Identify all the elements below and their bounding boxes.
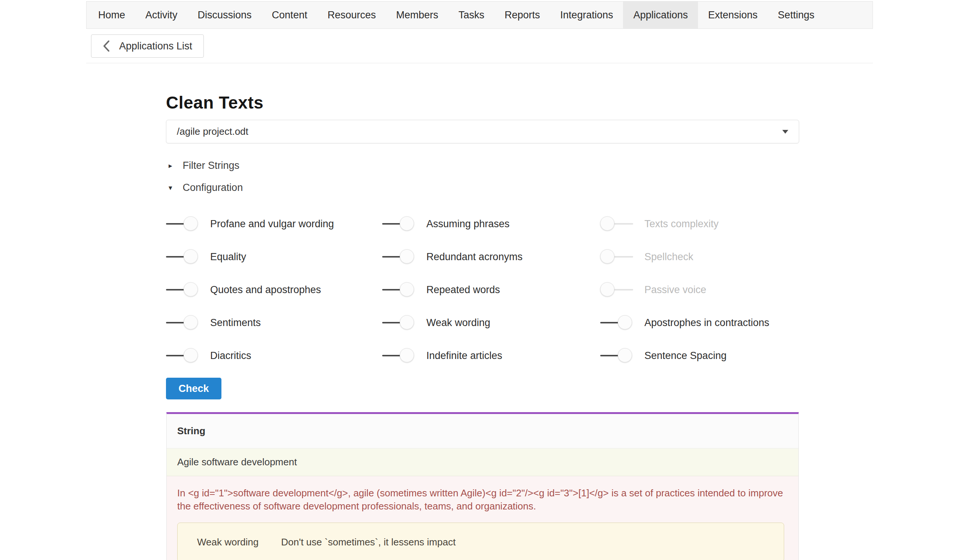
toggle-quotes-and-apostrophes[interactable] [166, 282, 199, 297]
toggle-knob-icon [183, 315, 198, 329]
toggle-assuming-phrases[interactable] [382, 216, 415, 231]
toggle-label: Spellcheck [644, 251, 694, 263]
top-nav: Home Activity Discussions Content Resour… [86, 1, 873, 29]
toggle-row: Repeated words [382, 282, 523, 297]
nav-item-tasks[interactable]: Tasks [448, 2, 495, 28]
chevron-left-icon [103, 40, 110, 52]
toggle-label: Diacritics [210, 350, 251, 362]
nav-item-resources[interactable]: Resources [317, 2, 386, 28]
toggle-column: Texts complexity Spellcheck Passive voic… [600, 216, 769, 363]
toggle-knob-icon [400, 348, 414, 362]
nav-item-integrations[interactable]: Integrations [550, 2, 623, 28]
toggle-track-icon [611, 256, 633, 257]
toggle-sentiments[interactable] [166, 315, 199, 330]
toggle-label: Repeated words [426, 284, 500, 296]
toggle-label: Passive voice [644, 284, 706, 296]
toggle-knob-icon [400, 315, 414, 329]
toggle-row: Spellcheck [600, 249, 769, 264]
toggle-knob-icon [183, 348, 198, 362]
file-select-dropdown[interactable]: /agile project.odt [166, 120, 799, 144]
file-select-value: /agile project.odt [177, 126, 782, 137]
toggle-texts-complexity[interactable] [600, 216, 633, 231]
nav-item-members[interactable]: Members [386, 2, 448, 28]
toggle-label: Texts complexity [644, 218, 719, 230]
toggle-label: Redundant acronyms [426, 251, 523, 263]
caret-right-icon: ▸ [169, 162, 172, 169]
nav-item-label: Discussions [198, 9, 252, 21]
toggle-label: Weak wording [426, 317, 490, 329]
toggle-knob-icon [183, 249, 198, 264]
nav-item-label: Resources [327, 9, 376, 21]
toggle-label: Quotes and apostrophes [210, 284, 321, 296]
toggle-row: Assuming phrases [382, 216, 523, 231]
toggle-row: Sentence Spacing [600, 348, 769, 363]
toggle-indefinite-articles[interactable] [382, 348, 415, 363]
configuration-section-toggle[interactable]: ▾ Configuration [169, 182, 243, 193]
toggle-knob-icon [618, 315, 632, 329]
toggle-knob-icon [183, 282, 198, 296]
filter-strings-label: Filter Strings [183, 160, 240, 172]
back-button-label: Applications List [119, 41, 192, 52]
nav-item-label: Home [98, 9, 125, 21]
results-panel: String Agile software development In <g … [166, 412, 799, 560]
nav-item-discussions[interactable]: Discussions [188, 2, 262, 28]
toggle-knob-icon [400, 282, 414, 296]
nav-item-activity[interactable]: Activity [135, 2, 188, 28]
toggle-label: Sentence Spacing [644, 350, 726, 362]
toggle-row: Apostrophes in contractions [600, 315, 769, 330]
toggle-knob-icon [400, 216, 414, 231]
header-divider [86, 63, 873, 63]
toggle-redundant-acronyms[interactable] [382, 249, 415, 264]
toggle-diacritics[interactable] [166, 348, 199, 363]
toggle-label: Equality [210, 251, 246, 263]
toggle-row: Redundant acronyms [382, 249, 523, 264]
nav-item-settings[interactable]: Settings [768, 2, 825, 28]
nav-item-label: Extensions [708, 9, 758, 21]
toggle-sentence-spacing[interactable] [600, 348, 633, 363]
page-title: Clean Texts [166, 92, 263, 113]
nav-item-reports[interactable]: Reports [495, 2, 550, 28]
nav-item-home[interactable]: Home [88, 2, 135, 28]
caret-down-icon: ▾ [169, 184, 172, 191]
toggle-knob-icon [600, 249, 614, 264]
configuration-label: Configuration [183, 182, 243, 193]
string-value-row[interactable]: Agile software development [167, 448, 798, 476]
nav-item-label: Content [272, 9, 308, 21]
nav-item-label: Tasks [459, 9, 484, 21]
nav-item-label: Members [396, 9, 438, 21]
toggle-weak-wording[interactable] [382, 315, 415, 330]
toggle-knob-icon [600, 282, 614, 296]
toggle-profane-and-vulgar-wording[interactable] [166, 216, 199, 231]
toggle-label: Indefinite articles [426, 350, 503, 362]
nav-item-label: Reports [505, 9, 540, 21]
nav-item-label: Settings [778, 9, 814, 21]
nav-item-label: Applications [633, 9, 688, 21]
nav-item-applications[interactable]: Applications [623, 2, 698, 28]
toggle-spellcheck[interactable] [600, 249, 633, 264]
toggle-row: Indefinite articles [382, 348, 523, 363]
issue-detail-box: Weak wording Don't use `sometimes`, it l… [177, 523, 784, 560]
back-to-applications-list-button[interactable]: Applications List [91, 34, 204, 58]
toggle-column: Assuming phrases Redundant acronyms Repe… [382, 216, 523, 363]
toggle-label: Apostrophes in contractions [644, 317, 769, 329]
results-header: String [167, 414, 798, 448]
toggle-row: Diacritics [166, 348, 334, 363]
toggle-knob-icon [183, 216, 198, 231]
toggle-knob-icon [618, 348, 632, 362]
issue-type: Weak wording [197, 537, 258, 548]
toggle-repeated-words[interactable] [382, 282, 415, 297]
toggle-passive-voice[interactable] [600, 282, 633, 297]
filter-strings-section-toggle[interactable]: ▸ Filter Strings [169, 160, 240, 172]
nav-item-extensions[interactable]: Extensions [698, 2, 768, 28]
toggle-track-icon [611, 289, 633, 290]
toggle-label: Profane and vulgar wording [210, 218, 334, 230]
toggle-apostrophes-in-contractions[interactable] [600, 315, 633, 330]
nav-item-content[interactable]: Content [262, 2, 318, 28]
toggle-equality[interactable] [166, 249, 199, 264]
toggle-row: Weak wording [382, 315, 523, 330]
toggle-row: Profane and vulgar wording [166, 216, 334, 231]
toggle-row: Equality [166, 249, 334, 264]
toggle-track-icon [611, 223, 633, 225]
toggle-row: Sentiments [166, 315, 334, 330]
check-button[interactable]: Check [166, 378, 221, 399]
